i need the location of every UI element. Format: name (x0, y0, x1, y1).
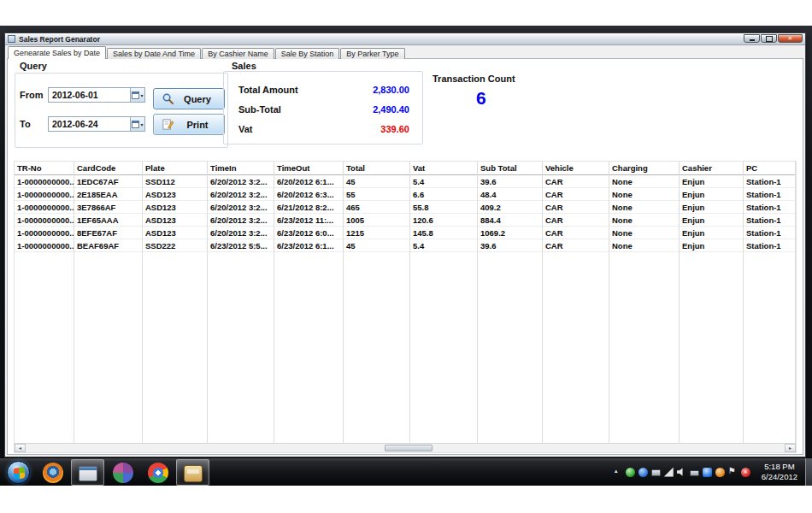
grid-col-vat[interactable]: Vat (410, 162, 478, 174)
grid-cell: 6/20/2012 3:2... (208, 227, 274, 239)
grid-row-5[interactable]: 1-0000000000...8EFE67AFASD1236/20/2012 3… (15, 227, 796, 239)
grid-col-total[interactable]: Total (344, 162, 410, 174)
taskbar-button-firefox[interactable] (36, 459, 69, 486)
sales-group-label: Sales (230, 61, 258, 71)
grid-cell: 120.6 (410, 214, 478, 226)
grid-row-4[interactable]: 1-0000000000...1EF65AAAASD1236/20/2012 3… (15, 214, 796, 227)
taskbar-button-media-app[interactable] (106, 459, 139, 486)
grid-cell: Enjun (680, 175, 744, 187)
sales-value: 339.60 (380, 124, 409, 134)
tab-sale-by-station[interactable]: Sale By Station (275, 48, 340, 59)
tray-keyboard-icon[interactable] (690, 470, 699, 476)
tray-bluetooth-icon[interactable] (703, 468, 712, 477)
tray-orange-icon[interactable] (715, 468, 725, 477)
window-titlebar[interactable]: Sales Report Genarator (5, 33, 805, 45)
app-window: Sales Report Genarator Genearate Sales b… (4, 32, 806, 457)
scroll-left-arrow-icon[interactable] (15, 444, 26, 452)
grid-cell: 39.6 (478, 175, 543, 187)
grid-cell: BEAF69AF (74, 239, 143, 251)
grid-cell: 6/20/2012 6:3... (274, 188, 344, 200)
grid-col-plate[interactable]: Plate (143, 162, 208, 174)
scrollbar-thumb[interactable] (385, 445, 432, 451)
minimize-button[interactable] (744, 34, 760, 43)
grid-col-sub-total[interactable]: Sub Total (478, 162, 543, 174)
tray-network-icon[interactable] (664, 468, 674, 477)
to-label: To (20, 119, 31, 129)
tab-sales-by-date-and-time[interactable]: Sales by Date And Time (107, 48, 201, 59)
grid-cell: 6.6 (410, 188, 478, 200)
scroll-right-arrow-icon[interactable] (785, 444, 796, 452)
grid-cell: 409.2 (478, 201, 543, 213)
grid-cell: 1069.2 (478, 227, 543, 239)
query-groupbox (15, 73, 228, 148)
grid-horizontal-scrollbar[interactable] (15, 443, 796, 452)
grid-col-timeout[interactable]: TimeOut (274, 162, 344, 174)
print-button[interactable]: Print (153, 114, 225, 135)
grid-cell: None (609, 175, 680, 187)
transaction-count-label: Transaction Count (432, 74, 515, 84)
calendar-dropdown-icon[interactable] (130, 117, 144, 131)
grid-cell: Enjun (680, 214, 744, 226)
grid-cell: 884.4 (478, 214, 543, 226)
taskbar-clock[interactable]: 5:18 PM 6/24/2012 (754, 462, 805, 482)
scrollbar-track[interactable] (26, 444, 785, 452)
start-button[interactable] (7, 461, 30, 484)
tray-show-hidden-icon[interactable] (613, 468, 622, 477)
grid-cell: CAR (543, 175, 609, 187)
grid-row-1[interactable]: 1-0000000000...1EDC67AFSSD1126/20/2012 3… (15, 175, 796, 188)
query-button[interactable]: Query (153, 88, 225, 109)
grid-body: 1-0000000000...1EDC67AFSSD1126/20/2012 3… (15, 175, 796, 252)
grid-col-charging[interactable]: Charging (609, 162, 680, 174)
transaction-count-value: 6 (476, 88, 486, 109)
tray-red-icon[interactable] (741, 468, 750, 477)
grid-cell: Enjun (680, 201, 744, 213)
tab-by-cashier-name[interactable]: By Cashier Name (202, 48, 274, 59)
grid-row-2[interactable]: 1-0000000000...2E185EAAASD1236/20/2012 3… (15, 188, 796, 201)
window-icon (8, 35, 15, 43)
grid-col-cashier[interactable]: Cashier (680, 162, 744, 174)
taskbar-button-utility-window[interactable] (71, 459, 104, 486)
grid-cell: None (609, 239, 680, 251)
window-title: Sales Report Genarator (19, 35, 100, 44)
grid-cell: 55.8 (410, 201, 478, 213)
grid-cell: 6/23/2012 11:... (274, 214, 344, 226)
from-date-picker[interactable]: 2012-06-01 (48, 87, 145, 103)
grid-col-vehicle[interactable]: Vehicle (543, 162, 609, 174)
grid-header-row: TR-NoCardCodePlateTimeInTimeOutTotalVatS… (15, 162, 796, 175)
tab-by-parker-type[interactable]: By Parker Type (340, 48, 404, 59)
sales-row: Sub-Total2,490.40 (238, 103, 409, 116)
from-label: From (20, 90, 44, 100)
grid-cell: CAR (543, 214, 609, 226)
grid-viewport: TR-NoCardCodePlateTimeInTimeOutTotalVatS… (15, 162, 796, 443)
tray-volume-icon[interactable] (677, 468, 686, 477)
print-button-label: Print (179, 120, 224, 130)
tray-flag-icon[interactable] (728, 468, 738, 477)
grid-col-cardcode[interactable]: CardCode (74, 162, 143, 174)
maximize-button[interactable] (761, 34, 777, 43)
grid-cell: 5.4 (410, 239, 478, 251)
grid-cell: 39.6 (478, 239, 543, 251)
close-button[interactable] (778, 34, 803, 43)
taskbar-button-file-manager[interactable] (176, 459, 209, 486)
grid-row-6[interactable]: 1-0000000000...BEAF69AFSSD2226/23/2012 5… (15, 239, 796, 252)
taskbar-button-chrome[interactable] (141, 459, 174, 486)
desktop: Sales Report Genarator Genearate Sales b… (0, 26, 812, 486)
tab-genearate-sales-by-date[interactable]: Genearate Sales by Date (8, 46, 106, 59)
calendar-dropdown-icon[interactable] (130, 88, 144, 102)
grid-row-3[interactable]: 1-0000000000...3E7866AFASD1236/20/2012 3… (15, 201, 796, 214)
grid-col-pc[interactable]: PC (744, 162, 796, 174)
grid-cell: CAR (543, 188, 609, 200)
grid-cell: ASD123 (143, 227, 208, 239)
to-date-picker[interactable]: 2012-06-24 (48, 116, 145, 132)
tray-green-icon[interactable] (626, 468, 635, 477)
tray-display-icon[interactable] (651, 469, 661, 476)
grid-cell: 1-0000000000... (15, 188, 74, 200)
sales-label: Sub-Total (238, 104, 281, 115)
grid-col-timein[interactable]: TimeIn (208, 162, 274, 174)
grid-cell: 1-0000000000... (15, 214, 74, 226)
caption-buttons (744, 34, 803, 43)
show-desktop-button[interactable] (805, 458, 812, 486)
grid-col-tr-no[interactable]: TR-No (15, 162, 74, 174)
grid-cell: 55 (344, 188, 410, 200)
tray-blue-icon[interactable] (638, 468, 648, 477)
